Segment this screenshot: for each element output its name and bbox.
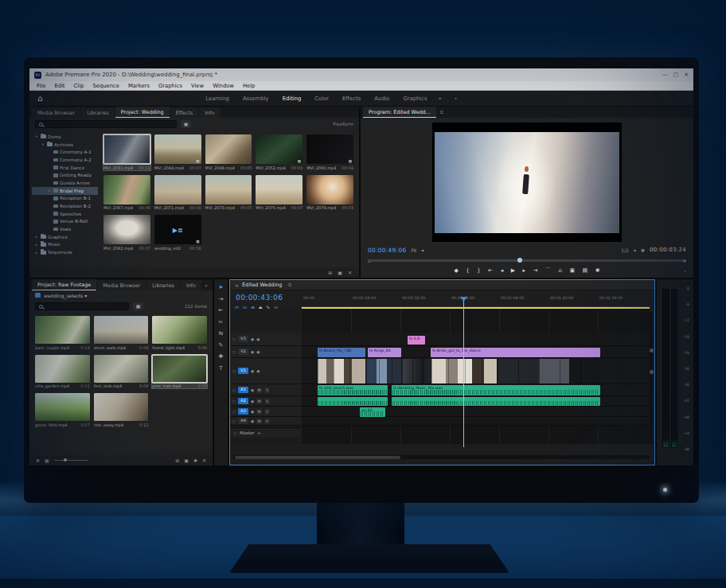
add-marker-icon[interactable]: ◆ [454,268,458,274]
lock-icon[interactable]: ○ [232,388,236,392]
bin-row[interactable]: ▸Sequences [32,248,98,256]
timeline-clip[interactable] [392,397,600,406]
clip-thumbnail[interactable] [94,355,149,383]
close-button[interactable]: ✕ [684,72,689,78]
settings-icon[interactable]: ✱ [595,268,600,274]
clip-cell[interactable]: MVI_2031.mp400:12 [103,134,150,170]
tab-program[interactable]: Program: Edited Wedding [363,107,436,118]
panel-close-icon[interactable]: × [235,282,239,288]
panel-tab[interactable]: Project: Wedding [115,107,170,118]
icon-view-icon[interactable]: ▦ [45,458,49,463]
bin-row[interactable]: Venue B-Roll [32,218,98,226]
scroll-knob[interactable] [650,349,654,352]
timeline-clip[interactable] [318,359,365,384]
eye-icon[interactable]: ◉ [256,337,260,341]
caret-icon[interactable]: ▸ [47,189,52,193]
clip-cell[interactable]: ride_away.mp40:12 [94,393,149,427]
eye-icon[interactable]: ◉ [251,350,254,354]
track-header-A4[interactable]: ○A4◉MS [230,417,301,426]
clip-cell[interactable]: villa_garden.mp40:11 [35,355,90,389]
clip-thumbnail[interactable]: ▦ [256,134,302,164]
clip-thumbnail[interactable] [152,316,207,344]
timeline-clip[interactable]: vo_03 [360,407,385,417]
timeline-clip[interactable] [318,397,388,406]
track-target-button[interactable]: V3 [238,336,248,342]
bin-row[interactable]: Reception B-2 [32,202,98,210]
bin-row[interactable]: ▾Demo [32,133,98,141]
track-lane-A4[interactable] [302,417,650,426]
track-lane-A3[interactable] [302,407,650,417]
clip-thumbnail[interactable] [306,175,353,204]
caret-icon[interactable]: ▸ [34,251,39,255]
track-header-V1[interactable]: ○V1◉◉ [230,358,301,384]
timeline-timecode[interactable]: 00:00:43:06 [236,294,283,302]
timeline-clip[interactable] [402,359,431,384]
home-icon[interactable]: ⌂ [37,94,42,103]
delete-icon[interactable]: ✕ [202,458,206,463]
track-target-button[interactable]: V1 [238,368,248,374]
clip-cell[interactable]: MVI_2082.mp400:07 [103,215,150,251]
hand-tool[interactable]: ✚ [219,354,224,360]
timeline-clip[interactable]: fx Beach_My_700 [318,348,365,357]
settings-icon[interactable]: ✱ [641,247,645,253]
scroll-thumb[interactable] [235,456,400,459]
clip-thumbnail[interactable] [256,175,302,204]
time-ruler[interactable]: 00:0000:00:16:0000:00:32:0000:00:48:0000… [302,293,650,307]
lock-icon[interactable]: ○ [232,350,236,354]
search-input[interactable] [45,122,173,127]
tab-overflow-icon[interactable]: » [202,281,210,290]
type-tool[interactable]: T [219,366,222,372]
eye-icon[interactable]: ◉ [251,369,254,373]
new-item-icon[interactable]: ▣ [338,270,342,275]
clip-cell[interactable]: ▶≣▦wedding_edit00:58 [154,215,201,251]
scrub-playhead[interactable] [517,258,522,263]
timeline-clip[interactable] [366,359,401,384]
timeline-tab[interactable]: × Edited Wedding ≡ [230,280,654,290]
mute-button[interactable]: M [256,409,262,415]
bin-row[interactable]: Vows [32,225,98,233]
clip-thumbnail[interactable] [152,355,207,383]
panel-tab[interactable]: Libraries [81,107,115,118]
meter-icon[interactable]: ◉ [251,399,254,403]
clip-cell[interactable]: pine_trail.mp40:05 [152,355,207,389]
razor-tool[interactable]: ✂ [219,320,224,325]
panel-tab[interactable]: Info [181,280,201,290]
go-to-in-icon[interactable]: ⇤ [488,268,493,274]
play-icon[interactable]: ▶ [511,268,515,274]
meter-icon[interactable]: ◉ [251,388,254,392]
solo-button[interactable]: S [264,399,270,404]
clip-thumbnail[interactable]: ▦ [154,134,201,164]
clip-cell[interactable]: MVI_2073.mp400:05 [205,175,252,211]
bin-row[interactable]: Speeches [32,210,98,218]
workspace-menu-icon[interactable]: • [455,95,458,101]
menu-item[interactable]: Graphics [158,83,182,89]
lock-icon[interactable]: ○ [232,419,236,423]
track-header-A2[interactable]: ○A2◉MS [230,396,301,407]
solo-button[interactable]: S [264,387,270,393]
bin-row[interactable]: Ceremony A-2 [32,156,98,164]
panel-tab[interactable]: Media Browser [97,280,146,290]
track-target-button[interactable]: A2 [238,398,248,404]
clip-cell[interactable]: MVI_2079.mp400:03 [306,175,353,211]
ripple-edit-tool[interactable]: ⇤ [219,308,224,313]
track-select-tool[interactable]: ⇥ [219,297,224,302]
panel-menu-icon[interactable]: ≡ [439,109,443,115]
clip-thumbnail[interactable] [35,316,90,344]
clip-cell[interactable]: ▦MVI_2060.mp400:04 [306,134,353,170]
comparison-view-icon[interactable]: ▤ [583,268,588,274]
caret-icon[interactable]: ▸ [34,235,39,239]
panel-tab[interactable]: Media Browser [32,107,80,118]
new-bin-icon[interactable]: ▣ [184,458,189,463]
clip-thumbnail[interactable] [35,393,90,421]
workspace-tab[interactable]: Graphics [404,95,427,102]
clip-cell[interactable]: MVI_2075.mp400:07 [256,175,302,211]
workspace-tab[interactable]: Audio [374,95,389,102]
track-target-button[interactable]: A1 [238,387,248,393]
menu-item[interactable]: Edit [54,83,64,89]
clip-cell[interactable]: forest_light.mp40:06 [152,316,207,350]
clip-cell[interactable]: MVI_2048.mp400:05 [205,134,252,170]
lock-icon[interactable]: ○ [232,399,236,403]
clip-thumbnail[interactable]: ▶≣▦ [154,215,201,244]
timeline-clip[interactable]: fx Rings_04 [368,348,401,357]
mute-button[interactable]: M [256,387,262,393]
